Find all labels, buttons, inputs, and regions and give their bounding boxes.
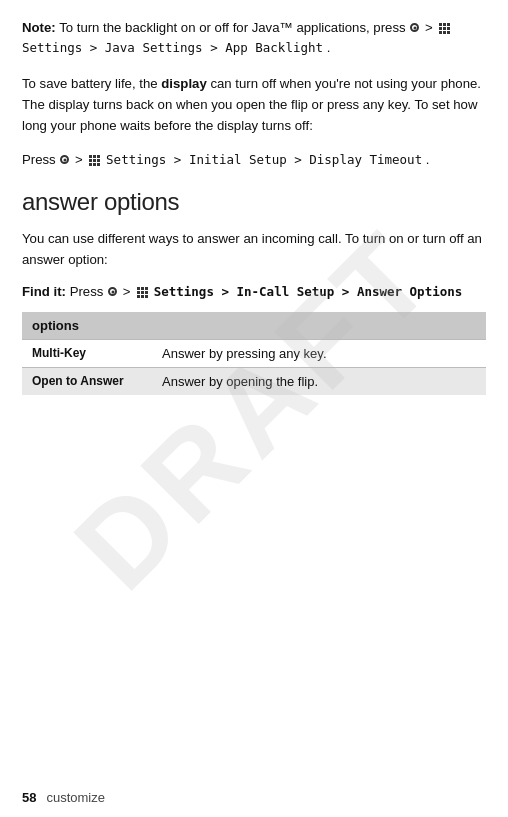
svg-rect-6 [439, 31, 442, 34]
table-header-row: options [22, 312, 486, 340]
svg-rect-22 [141, 291, 144, 294]
note-nav: Settings > Java Settings > App Backlight [22, 40, 323, 55]
svg-rect-13 [93, 159, 96, 162]
arrow-icon-1: > [425, 20, 436, 35]
find-it-bold: Find it: [22, 284, 66, 299]
table-row: Multi-KeyAnswer by pressing any key. [22, 340, 486, 368]
svg-rect-23 [145, 291, 148, 294]
svg-rect-3 [439, 27, 442, 30]
press-line: Press > Settings > Initial Setup > Displ… [22, 150, 486, 170]
find-it-text: Press [70, 284, 107, 299]
find-it-nav: Settings > In-Call Setup > Answer Option… [154, 284, 463, 299]
arrow-icon-2: > [75, 152, 86, 167]
svg-rect-11 [97, 155, 100, 158]
svg-rect-2 [447, 23, 450, 26]
grid-icon-3 [136, 285, 149, 298]
nav-dot-icon-1 [410, 23, 419, 32]
para1-bold: display [161, 76, 206, 91]
note-nav-period: . [327, 40, 331, 55]
nav-dot-icon-2 [60, 155, 69, 164]
press-label: Press [22, 152, 59, 167]
table-cell-option: Open to Answer [22, 368, 152, 396]
press-nav: Settings > Initial Setup > Display Timeo… [106, 152, 422, 167]
svg-rect-15 [89, 163, 92, 166]
note-block: Note: To turn the backlight on or off fo… [22, 18, 486, 59]
footer-page-number: 58 [22, 790, 36, 805]
svg-rect-14 [97, 159, 100, 162]
svg-rect-4 [443, 27, 446, 30]
body-para-1: To save battery life, the display can tu… [22, 73, 486, 136]
svg-rect-0 [439, 23, 442, 26]
svg-rect-25 [141, 295, 144, 298]
body-para-2: You can use different ways to answer an … [22, 228, 486, 270]
table-header: options [22, 312, 486, 340]
page-content: Note: To turn the backlight on or off fo… [0, 0, 508, 455]
grid-icon-1 [438, 21, 451, 34]
table-row: Open to AnswerAnswer by opening the flip… [22, 368, 486, 396]
svg-rect-17 [97, 163, 100, 166]
nav-dot-icon-3 [108, 287, 117, 296]
press-nav-period: . [426, 152, 430, 167]
table-cell-description: Answer by pressing any key. [152, 340, 486, 368]
footer: 58 customize [22, 790, 486, 805]
svg-rect-24 [137, 295, 140, 298]
svg-rect-12 [89, 159, 92, 162]
section-heading: answer options [22, 188, 486, 216]
options-table: options Multi-KeyAnswer by pressing any … [22, 312, 486, 395]
svg-rect-8 [447, 31, 450, 34]
svg-rect-1 [443, 23, 446, 26]
svg-rect-26 [145, 295, 148, 298]
note-label: Note: [22, 20, 56, 35]
find-it-line: Find it: Press > Settings > In-Call Setu… [22, 282, 486, 302]
table-cell-option: Multi-Key [22, 340, 152, 368]
para1-text-before: To save battery life, the [22, 76, 161, 91]
svg-rect-19 [141, 287, 144, 290]
svg-rect-18 [137, 287, 140, 290]
arrow-icon-3: > [123, 284, 134, 299]
svg-rect-9 [89, 155, 92, 158]
footer-label: customize [46, 790, 105, 805]
svg-rect-5 [447, 27, 450, 30]
table-cell-description: Answer by opening the flip. [152, 368, 486, 396]
svg-rect-10 [93, 155, 96, 158]
grid-icon-2 [88, 153, 101, 166]
svg-rect-16 [93, 163, 96, 166]
svg-rect-7 [443, 31, 446, 34]
svg-rect-21 [137, 291, 140, 294]
svg-rect-20 [145, 287, 148, 290]
note-text: To turn the backlight on or off for Java… [59, 20, 409, 35]
